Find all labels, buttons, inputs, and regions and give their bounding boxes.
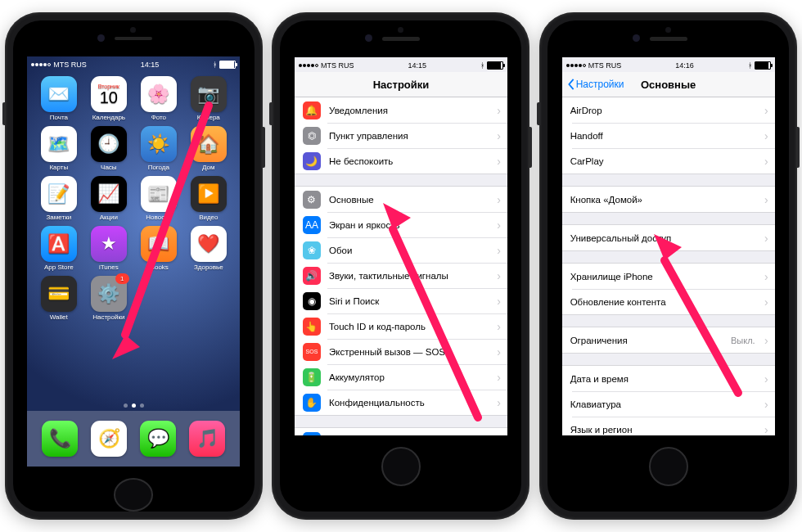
signal-icon [31,63,51,66]
status-bar: MTS RUS 14:15 ᚼ [295,57,507,72]
settings-row[interactable]: ✋Конфиденциальность› [295,390,507,415]
bezel: MTS RUS 14:16 ᚼ Настройки Основные AirDr… [547,20,789,512]
app-Акции[interactable]: 📈Акции [85,176,132,221]
settings-row[interactable]: Handoff› [562,123,775,148]
app-icon: ★ [91,226,127,262]
nav-title: Настройки [373,79,430,91]
app-iBooks[interactable]: 📖iBooks [135,226,182,271]
chevron-right-icon: › [497,435,501,436]
dock-app-icon[interactable]: 🎵 [189,421,225,457]
settings-row[interactable]: Обновление контента› [562,289,775,314]
chevron-right-icon: › [764,295,768,309]
settings-row[interactable]: Клавиатура› [562,391,775,417]
row-detail: Выкл. [731,336,755,345]
chevron-right-icon: › [764,155,768,168]
settings-row[interactable]: Кнопка «Домой»› [562,187,775,212]
settings-row[interactable]: Язык и регион› [562,417,775,435]
row-icon: ◉ [303,292,321,310]
chevron-right-icon: › [764,334,768,347]
app-icon: ✉️ [41,76,77,112]
app-label: Календарь [92,114,125,121]
app-Погода[interactable]: ☀️Погода [135,126,182,171]
settings-row[interactable]: ⒶiTunes Store и App Store› [295,428,507,435]
app-App Store[interactable]: 🅰️App Store [35,226,82,271]
chevron-right-icon: › [497,345,501,358]
clock: 14:15 [408,61,426,70]
app-iTunes[interactable]: ★iTunes [85,226,132,271]
chevron-right-icon: › [497,320,501,333]
chevron-right-icon: › [764,104,768,117]
settings-row[interactable]: SOSЭкстренный вызов — SOS› [295,339,507,364]
app-icon: 📰 [141,176,177,212]
bluetooth-icon: ᚼ [480,61,484,70]
app-Почта[interactable]: ✉️Почта [35,76,82,121]
settings-row[interactable]: ОграниченияВыкл.› [562,327,775,353]
row-label: Кнопка «Домой» [570,195,642,205]
dock-app-icon[interactable]: 📞 [42,421,78,457]
row-icon: ✋ [303,394,321,412]
app-Календарь[interactable]: Вторник10Календарь [85,76,132,121]
app-Карты[interactable]: 🗺️Карты [35,126,82,171]
signal-icon [566,64,586,67]
app-icon: 🕘 [91,126,127,162]
chevron-right-icon: › [764,232,768,245]
settings-group: Кнопка «Домой»› [562,186,775,213]
app-label: Почта [50,114,68,121]
battery-icon [755,61,771,70]
row-icon: SOS [303,343,321,361]
row-label: Язык и регион [570,425,633,435]
dock: 📞🧭💬🎵 [27,411,240,467]
chevron-right-icon: › [497,371,501,384]
app-Здоровье[interactable]: ❤️Здоровье [185,226,232,271]
settings-row[interactable]: ❀Обои› [295,237,507,263]
row-label: Звуки, тактильные сигналы [329,271,448,281]
app-Камера[interactable]: 📷Камера [185,76,232,121]
app-Настройки[interactable]: ⚙️1Настройки [85,276,132,321]
chevron-right-icon: › [497,244,501,257]
row-label: Обновление контента [570,297,666,307]
settings-row[interactable]: 🔊Звуки, тактильные сигналы› [295,263,507,288]
home-button[interactable] [649,447,688,486]
row-label: Аккумулятор [329,372,385,382]
settings-row[interactable]: AAЭкран и яркость› [295,212,507,237]
app-Видео[interactable]: ▶️Видео [185,176,232,221]
app-Новости[interactable]: 📰Новости [135,176,182,221]
row-label: Siri и Поиск [329,296,379,306]
settings-row[interactable]: 👆Touch ID и код-пароль› [295,313,507,339]
app-grid: ✉️ПочтаВторник10Календарь🌸Фото📷Камера🗺️К… [27,71,240,321]
settings-row[interactable]: Универсальный доступ› [562,225,775,250]
app-Дом[interactable]: 🏠Дом [185,126,232,171]
battery-icon [219,61,236,69]
bluetooth-icon: ᚼ [213,61,217,69]
app-Заметки[interactable]: 📝Заметки [35,176,82,221]
row-icon: ⚙ [303,191,321,209]
settings-row[interactable]: 🔋Аккумулятор› [295,364,507,390]
row-label: Дата и время [570,374,629,384]
settings-group: Хранилище iPhone›Обновление контента› [562,263,775,315]
app-label: Акции [100,214,118,221]
home-button[interactable] [381,447,421,486]
app-label: Фото [151,114,166,121]
app-label: Настройки [92,313,124,321]
settings-row[interactable]: ⚙Основные› [295,187,507,212]
settings-row[interactable]: 🔔Уведомления› [295,97,507,123]
settings-row[interactable]: AirDrop› [562,97,775,123]
dock-app-icon[interactable]: 💬 [140,421,176,457]
row-label: Основные [329,195,374,205]
settings-row[interactable]: 🌙Не беспокоить› [295,148,507,174]
dock-app-icon[interactable]: 🧭 [91,421,127,457]
home-button[interactable] [114,478,153,512]
settings-row[interactable]: Дата и время› [562,366,775,391]
settings-row[interactable]: CarPlay› [562,148,775,174]
settings-row[interactable]: Хранилище iPhone› [562,264,775,289]
clock: 14:15 [141,61,160,69]
app-Wallet[interactable]: 💳Wallet [35,276,82,321]
row-label: AirDrop [570,106,602,115]
settings-row[interactable]: ◉Siri и Поиск› [295,288,507,313]
app-label: iTunes [99,264,119,271]
app-Часы[interactable]: 🕘Часы [85,126,132,171]
back-button[interactable]: Настройки [567,79,624,90]
app-Фото[interactable]: 🌸Фото [135,76,182,121]
chevron-right-icon: › [497,219,501,232]
settings-row[interactable]: ⏣Пункт управления› [295,123,507,148]
